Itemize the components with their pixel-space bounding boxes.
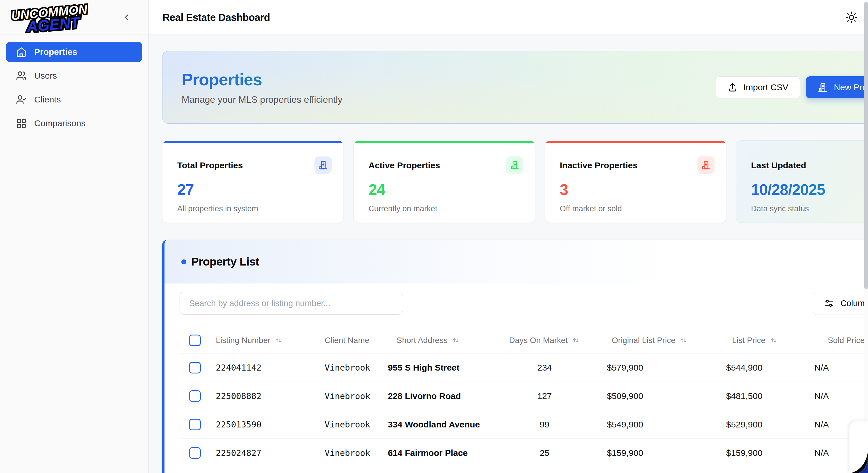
cell-client-name: Vinebrook: [315, 439, 381, 467]
stat-label: Total Properties: [177, 160, 243, 170]
col-header-listing-number[interactable]: Listing Number: [205, 327, 315, 353]
col-header-days-on-market[interactable]: Days On Market: [497, 327, 592, 353]
upload-icon: [727, 82, 738, 92]
sidebar-item-clients[interactable]: Clients: [6, 89, 142, 110]
row-checkbox[interactable]: [189, 447, 201, 459]
stat-card-inactive-properties: Inactive Properties 3 Off market or sold: [545, 141, 726, 223]
cell-client-name: Vinebrook: [315, 410, 381, 439]
cell-sold-price: N/A: [803, 353, 868, 382]
cell-list-price: $159,900: [707, 439, 803, 467]
page-scrollbar[interactable]: [864, 0, 868, 473]
stat-cards: Total Properties 27 All properties in sy…: [162, 141, 868, 223]
main-area: Real Estate Dashboard U Properties Manag…: [149, 0, 868, 473]
sort-icon: [274, 336, 283, 345]
table-row[interactable]: 225024827 Vinebrook 614 Fairmoor Place 2…: [180, 439, 868, 467]
stat-desc: Off market or sold: [560, 204, 715, 213]
stat-value: 3: [560, 181, 715, 199]
sidebar-item-users[interactable]: Users: [6, 66, 142, 86]
user-check-icon: [16, 94, 27, 105]
cell-days-on-market: 127: [497, 382, 592, 410]
sidebar-nav: Properties Users Clients Comparisons: [0, 35, 148, 141]
stat-label: Inactive Properties: [560, 160, 638, 170]
cell-listing-number: 225013590: [205, 410, 315, 439]
stat-desc: Currently on market: [368, 204, 523, 213]
sort-icon: [679, 336, 687, 345]
building-icon: [314, 156, 332, 174]
cell-client-name: Vinebrook: [315, 382, 381, 410]
cell-original-list-price: $579,900: [592, 353, 707, 382]
brand-swoosh-icon: [849, 421, 868, 473]
hero-title: Properties: [182, 70, 342, 89]
new-property-label: New Property: [834, 82, 868, 92]
stat-desc: Data sync status: [751, 204, 868, 213]
theme-toggle-button[interactable]: [845, 11, 858, 24]
cell-short-address: 334 Woodland Avenue: [381, 410, 497, 439]
cell-client-name: Vinebrook: [315, 353, 381, 382]
scrollbar-thumb[interactable]: [864, 2, 868, 289]
cell-days-on-market: 25: [497, 439, 592, 467]
sidebar: UNCOMMON AGENT Properties Users: [0, 0, 149, 473]
table-header-row: Listing Number Client Name Short Address: [180, 327, 868, 353]
property-list-controls: Columns (16): [164, 284, 868, 315]
row-checkbox[interactable]: [189, 419, 201, 430]
col-header-short-address[interactable]: Short Address: [381, 327, 497, 353]
cell-listing-number: 225008882: [205, 382, 315, 410]
import-csv-label: Import CSV: [743, 82, 788, 92]
columns-button[interactable]: Columns (16): [813, 292, 868, 315]
stat-accent-bar: [162, 141, 343, 143]
content: Properties Manage your MLS properties ef…: [149, 35, 868, 473]
table-row-partial: [180, 467, 868, 473]
stat-label: Active Properties: [368, 160, 440, 170]
col-header-original-list-price[interactable]: Original List Price: [592, 327, 707, 353]
hero-text: Properties Manage your MLS properties ef…: [182, 70, 342, 105]
hero-banner: Properties Manage your MLS properties ef…: [162, 51, 868, 124]
sidebar-item-properties[interactable]: Properties: [6, 42, 142, 62]
sidebar-item-label: Clients: [34, 95, 61, 105]
cell-days-on-market: 234: [497, 353, 592, 382]
sort-icon: [452, 336, 460, 345]
sidebar-item-comparisons[interactable]: Comparisons: [6, 113, 142, 134]
stat-value: 10/28/2025: [751, 181, 868, 199]
stat-desc: All properties in system: [177, 204, 332, 213]
row-checkbox[interactable]: [189, 390, 201, 402]
table-row[interactable]: 225013590 Vinebrook 334 Woodland Avenue …: [180, 410, 868, 439]
sidebar-item-label: Comparisons: [34, 118, 86, 128]
corner-brand-widget[interactable]: [849, 421, 868, 473]
chevron-left-icon: [122, 12, 131, 22]
sidebar-item-label: Users: [34, 71, 57, 81]
cell-short-address: 228 Livorno Road: [381, 382, 497, 410]
stat-label: Last Updated: [751, 160, 806, 170]
stat-card-total-properties: Total Properties 27 All properties in sy…: [162, 141, 344, 223]
cell-original-list-price: $509,900: [592, 382, 707, 410]
stat-accent-bar: [354, 141, 535, 143]
col-header-sold-price[interactable]: Sold Price: [803, 327, 868, 353]
table-row[interactable]: 225008882 Vinebrook 228 Livorno Road 127…: [180, 382, 868, 410]
cell-sold-price: N/A: [803, 382, 868, 410]
sidebar-collapse-button[interactable]: [122, 12, 131, 22]
cell-list-price: $481,500: [707, 382, 803, 410]
home-icon: [16, 47, 27, 57]
new-property-button[interactable]: New Property: [806, 76, 868, 98]
import-csv-button[interactable]: Import CSV: [716, 76, 800, 98]
building-icon: [697, 156, 715, 174]
stat-card-active-properties: Active Properties 24 Currently on market: [353, 141, 535, 223]
property-list-card: Property List Columns (16): [162, 240, 868, 473]
building-icon: [817, 82, 828, 93]
bullet-dot-icon: [181, 259, 186, 264]
sort-icon: [572, 336, 580, 345]
search-input[interactable]: [180, 292, 403, 315]
cell-short-address: 955 S High Street: [381, 353, 497, 382]
select-all-checkbox[interactable]: [189, 334, 201, 346]
row-checkbox[interactable]: [189, 362, 201, 374]
page-title: Real Estate Dashboard: [162, 11, 270, 23]
table-row[interactable]: 224041142 Vinebrook 955 S High Street 23…: [180, 353, 868, 382]
cell-listing-number: 224041142: [205, 353, 315, 382]
col-header-client-name: Client Name: [315, 327, 381, 353]
property-list-header: Property List: [164, 240, 868, 284]
property-table: Listing Number Client Name Short Address: [180, 327, 868, 473]
cell-short-address: 614 Fairmoor Place: [381, 439, 497, 467]
cell-original-list-price: $159,900: [592, 439, 707, 467]
col-header-list-price[interactable]: List Price: [707, 327, 803, 353]
stat-value: 24: [368, 181, 523, 199]
hero-subtitle: Manage your MLS properties efficiently: [182, 94, 342, 105]
